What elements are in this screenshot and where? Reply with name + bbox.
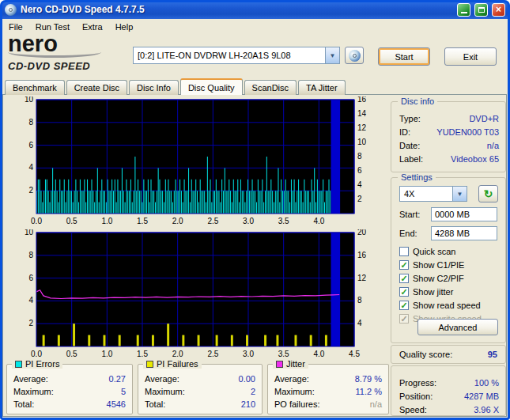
pi-failures-jitter-chart: 246810481216200.00.51.01.52.02.53.03.54.… (6, 229, 392, 360)
checkbox-label: Show C1/PIE (413, 260, 464, 270)
title-bar[interactable]: Nero CD-DVD Speed 4.7.7.5 × (0, 0, 510, 19)
value: DVD+R (421, 114, 499, 123)
checkbox-row-quick-scan[interactable]: Quick scan (399, 244, 502, 258)
menu-file[interactable]: File (2, 21, 29, 33)
pi-errors-color-chip (15, 361, 22, 368)
value: n/a (420, 141, 499, 150)
checkbox-row-show-jitter[interactable]: ✓Show jitter (399, 285, 502, 298)
nero-logo: nero CD-DVD SPEED (8, 33, 130, 72)
drive-select[interactable]: [0:2] LITE-ON DVDRW LH-20A1S 9L08 ▼ (133, 47, 340, 64)
minimize-button[interactable] (457, 3, 470, 17)
svg-text:3.5: 3.5 (278, 217, 289, 225)
jitter-stats-box: Jitter Average:8.79 %Maximum:11.2 %PO fa… (267, 364, 389, 414)
svg-text:2.5: 2.5 (207, 217, 218, 225)
row-type-: Type:DVD+R (399, 112, 499, 125)
label: Speed: (399, 405, 427, 414)
end-field[interactable]: 4288 MB (431, 226, 497, 240)
row-average-: Average:0.27 (13, 373, 126, 385)
tab-scandisc[interactable]: ScanDisc (244, 80, 297, 95)
close-button[interactable]: × (492, 3, 505, 17)
checkbox-show-c1-pie[interactable]: ✓ (399, 260, 409, 270)
checkbox-row-show-read-speed[interactable]: ✓Show read speed (399, 298, 502, 312)
refresh-button[interactable]: ↻ (478, 185, 498, 202)
row-id-: ID:YUDEN000 T03 (399, 125, 499, 138)
checkbox-row-show-c2-pif[interactable]: ✓Show C2/PIF (399, 271, 502, 285)
drive-select-value: [0:2] LITE-ON DVDRW LH-20A1S 9L08 (134, 51, 325, 60)
checkbox-label: Quick scan (413, 247, 455, 256)
tab-create-disc[interactable]: Create Disc (66, 80, 127, 95)
value: 5 (54, 387, 126, 396)
label: ID: (399, 127, 410, 137)
menu-bar: FileRun TestExtraHelp (2, 19, 508, 34)
checkbox-show-c2-pif[interactable]: ✓ (399, 274, 409, 283)
value: 8.79 % (309, 374, 382, 384)
menu-extra[interactable]: Extra (76, 21, 109, 33)
tab-benchmark[interactable]: Benchmark (5, 80, 65, 95)
speed-select[interactable]: 4X ▼ (399, 186, 467, 202)
svg-text:8: 8 (28, 251, 33, 259)
value: 4546 (34, 399, 126, 409)
label: Progress: (399, 378, 436, 388)
value: 0.00 (179, 374, 255, 384)
svg-text:10: 10 (25, 229, 34, 236)
eject-button[interactable] (345, 47, 364, 64)
progress-group: Progress:100 %Position:4287 MBSpeed:3.96… (391, 365, 506, 416)
menu-run-test[interactable]: Run Test (29, 21, 76, 33)
tab-ta-jitter[interactable]: TA Jitter (298, 80, 346, 95)
exit-button[interactable]: Exit (444, 47, 497, 66)
checkbox-show-read-speed[interactable]: ✓ (399, 301, 409, 310)
svg-text:8: 8 (357, 152, 362, 161)
row-maximum-: Maximum:2 (145, 385, 255, 398)
row-maximum-: Maximum:11.2 % (274, 385, 382, 398)
pi-failures-color-chip (146, 361, 153, 368)
svg-text:2.0: 2.0 (172, 217, 183, 225)
menu-help[interactable]: Help (109, 21, 140, 33)
pi-failures-stats-box: PI Failures Average:0.00Maximum:2Total:2… (138, 364, 263, 414)
pi-failures-stats-title: PI Failures (157, 359, 198, 369)
row-label-: Label:Videobox 65 (399, 152, 499, 165)
row-date-: Date:n/a (399, 138, 499, 152)
maximize-button[interactable] (474, 3, 488, 17)
chevron-down-icon[interactable]: ▼ (325, 47, 339, 63)
label: Position: (399, 392, 433, 401)
label: Date: (399, 141, 420, 150)
checkbox-row-show-c1-pie[interactable]: ✓Show C1/PIE (399, 258, 502, 271)
jitter-color-chip (276, 361, 283, 368)
svg-text:6: 6 (28, 274, 33, 282)
svg-text:1.5: 1.5 (137, 217, 148, 225)
advanced-button[interactable]: Advanced (417, 319, 498, 335)
start-button[interactable]: Start (378, 47, 430, 66)
svg-text:6: 6 (357, 166, 362, 175)
start-field[interactable]: 0000 MB (431, 207, 497, 221)
pi-errors-stats-box: PI Errors Average:0.27Maximum:5Total:454… (6, 364, 133, 414)
svg-text:6: 6 (28, 141, 33, 149)
label: Type: (399, 114, 421, 123)
disc-info-group: Disc info Type:DVD+RID:YUDEN000 T03Date:… (391, 101, 506, 172)
label: Total: (13, 399, 34, 409)
label: Average: (145, 374, 179, 384)
checkbox-show-write-speed: ✓ (399, 314, 409, 324)
chevron-down-icon[interactable]: ▼ (452, 187, 467, 201)
pi-errors-stats-rows: Average:0.27Maximum:5Total:4546 (13, 373, 126, 411)
value: 0.27 (48, 374, 126, 384)
checkbox-show-jitter[interactable]: ✓ (399, 287, 409, 297)
tab-disc-info[interactable]: Disc Info (129, 80, 179, 95)
tab-disc-quality[interactable]: Disc Quality (180, 78, 243, 95)
maximize-icon (478, 7, 485, 13)
svg-text:4.0: 4.0 (313, 217, 324, 225)
checkbox-quick-scan[interactable] (399, 247, 409, 256)
svg-text:8: 8 (357, 296, 362, 305)
svg-text:2.0: 2.0 (172, 350, 183, 358)
jitter-stats-title: Jitter (286, 359, 305, 369)
svg-text:0.5: 0.5 (66, 217, 77, 225)
scan-options-list: Quick scan✓Show C1/PIE✓Show C2/PIF✓Show … (399, 244, 502, 325)
svg-text:2: 2 (28, 319, 33, 327)
value: 11.2 % (315, 387, 382, 396)
svg-text:1.0: 1.0 (101, 350, 112, 358)
progress-rows: Progress:100 %Position:4287 MBSpeed:3.96… (399, 376, 499, 416)
row-total-: Total:4546 (13, 398, 126, 411)
label: Maximum: (13, 387, 54, 396)
row-maximum-: Maximum:5 (13, 385, 126, 398)
tab-strip: BenchmarkCreate DiscDisc InfoDisc Qualit… (5, 80, 347, 95)
row-average-: Average:0.00 (145, 373, 255, 385)
